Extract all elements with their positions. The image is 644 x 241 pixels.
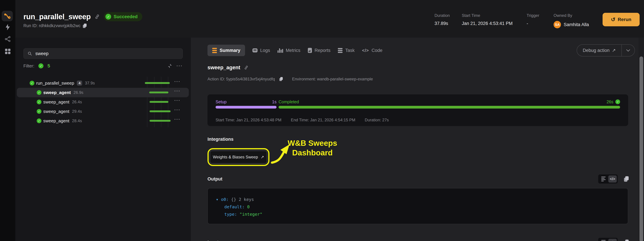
node-name: sweep_agent <box>43 90 71 95</box>
node-menu-icon[interactable]: ··· <box>174 118 180 120</box>
status-label: Succeeded <box>114 14 138 19</box>
link-icon[interactable] <box>244 65 248 70</box>
tab-reports[interactable]: Reports <box>308 48 330 53</box>
node-duration: 37.9s <box>85 81 95 85</box>
collapse-all-icon[interactable] <box>168 63 172 68</box>
filter-menu-icon[interactable]: ··· <box>176 65 183 67</box>
meta-label: Duration <box>434 13 450 18</box>
phase-timeline-card: Setup 1s Completed 26s ✓ <box>208 94 628 126</box>
text-view-button[interactable] <box>599 239 608 241</box>
node-name: sweep_agent <box>43 109 70 114</box>
lightning-icon <box>5 24 10 30</box>
node-menu-icon[interactable]: ··· <box>174 100 180 101</box>
copy-icon[interactable] <box>83 24 86 28</box>
text-view-button[interactable] <box>599 175 608 182</box>
scrollbar-track[interactable] <box>638 38 644 241</box>
tab-metrics[interactable]: Metrics <box>278 48 300 53</box>
json-key-count: 2 keys <box>239 197 254 202</box>
node-duration: 29.4s <box>72 109 82 114</box>
phase-name: Setup <box>216 99 226 104</box>
summary-icon <box>212 48 217 53</box>
filter-succeeded-chip[interactable]: ✓ <box>38 63 44 68</box>
code-icon: </> <box>610 177 615 181</box>
nav-graph[interactable] <box>0 36 15 42</box>
wandb-sweep-button[interactable]: Weights & Biases Sweep ↗ <box>210 151 267 163</box>
phase-duration: 26s <box>606 99 613 104</box>
environment: Environment: wandb-parallel-sweep-exampl… <box>292 77 373 81</box>
tab-label: Reports <box>314 48 330 53</box>
tab-summary[interactable]: Summary <box>208 45 245 56</box>
tab-label: Summary <box>220 48 240 53</box>
copy-icon[interactable] <box>280 77 283 81</box>
app-window: run_parallel_sweep ✓ Succeeded Run ID: r… <box>0 0 644 241</box>
success-check-icon: ✓ <box>37 109 42 114</box>
search-input[interactable] <box>35 51 178 56</box>
debug-dropdown-button[interactable] <box>622 45 634 56</box>
node-row-sweep-agent[interactable]: ✓ sweep_agent 29.4s ··· <box>15 107 191 116</box>
wandb-button-label: Weights & Biases Sweep <box>213 155 258 159</box>
run-header: run_parallel_sweep ✓ Succeeded Run ID: r… <box>15 0 644 38</box>
node-row-sweep-agent[interactable]: ✓ sweep_agent 28.4s ··· <box>15 116 191 126</box>
share-graph-icon <box>5 36 10 42</box>
output-json-viewer[interactable]: ▾ o0: {} 2 keys default: 0 type: "intege… <box>208 188 628 224</box>
debug-action-split-button: Debug action ↗ <box>577 44 635 57</box>
task-icon <box>338 48 342 53</box>
text-lines-icon <box>601 240 606 241</box>
nav-runs-active[interactable] <box>2 11 13 21</box>
nav-apps[interactable] <box>0 49 15 54</box>
success-check-icon: ✓ <box>37 100 42 104</box>
action-title: sweep_agent <box>208 65 240 71</box>
run-tree-sidebar: Filter: ✓ 5 ··· ✓ run_parallel_sweep 4 3… <box>15 38 191 241</box>
external-link-icon: ↗ <box>261 155 264 159</box>
code-view-button[interactable]: </> <box>608 175 617 182</box>
code-view-button[interactable]: </> <box>608 239 617 241</box>
code-icon: </> <box>362 48 369 53</box>
workflow-icon <box>4 13 10 19</box>
output-view-toggle: </> <box>598 174 618 183</box>
nav-actions[interactable] <box>0 24 15 30</box>
action-id: Action ID: 5ypis5s4i3813vr5xj4nyudfq <box>208 77 275 81</box>
avatar: SA <box>554 21 561 28</box>
success-check-icon: ✓ <box>30 81 34 85</box>
node-row-sweep-agent[interactable]: ✓ sweep_agent 26.4s ··· <box>15 97 191 107</box>
phase-name: Completed <box>278 99 299 104</box>
tab-code[interactable]: </> Code <box>362 48 382 53</box>
link-icon[interactable] <box>95 14 100 19</box>
phase-setup: Setup 1s <box>216 99 276 109</box>
node-menu-icon[interactable]: ··· <box>174 90 180 92</box>
copy-input-icon[interactable] <box>624 240 629 241</box>
reports-icon <box>308 48 312 53</box>
node-row-run-parallel-sweep[interactable]: ✓ run_parallel_sweep 4 37.9s ··· <box>15 78 191 88</box>
text-lines-icon <box>601 177 606 181</box>
rerun-label: Rerun <box>618 17 631 22</box>
node-list: ✓ run_parallel_sweep 4 37.9s ··· ✓ sweep… <box>15 78 191 126</box>
tab-task[interactable]: Task <box>338 48 355 53</box>
json-brace: {} <box>231 197 236 202</box>
check-circle-icon: ✓ <box>106 14 111 20</box>
node-menu-icon[interactable]: ··· <box>174 81 180 82</box>
annotation-line1: W&B Sweeps <box>287 138 338 148</box>
check-circle-icon: ✓ <box>615 99 620 104</box>
collapse-caret[interactable]: ▾ <box>216 197 218 202</box>
logs-icon <box>252 48 258 52</box>
copy-output-icon[interactable] <box>624 176 629 182</box>
phase-completed: Completed 26s ✓ <box>278 99 620 109</box>
setup-phase-bar <box>216 106 276 109</box>
status-badge: ✓ Succeeded <box>104 12 142 21</box>
debug-action-label: Debug action <box>583 48 610 53</box>
debug-action-button[interactable]: Debug action ↗ <box>577 45 622 56</box>
meta-start-time: Start Time Jan 21, 2026 4:53:41 PM <box>462 13 513 26</box>
rerun-button[interactable]: ↺ Rerun <box>602 13 640 26</box>
node-menu-icon[interactable]: ··· <box>174 109 180 111</box>
node-duration: 26.4s <box>72 100 82 104</box>
scrollbar-thumb[interactable] <box>640 57 643 241</box>
tab-label: Logs <box>260 48 270 53</box>
node-gantt-bar <box>149 92 168 93</box>
search-box[interactable] <box>24 48 183 59</box>
tab-logs[interactable]: Logs <box>252 48 270 53</box>
run-title: run_parallel_sweep <box>24 13 90 21</box>
action-detail-panel: Summary Logs Metrics Reports Task <box>191 38 644 241</box>
filter-count: 5 <box>48 63 50 69</box>
node-row-sweep-agent-selected[interactable]: ✓ sweep_agent 26.9s ··· <box>17 88 189 97</box>
search-icon <box>28 51 32 56</box>
